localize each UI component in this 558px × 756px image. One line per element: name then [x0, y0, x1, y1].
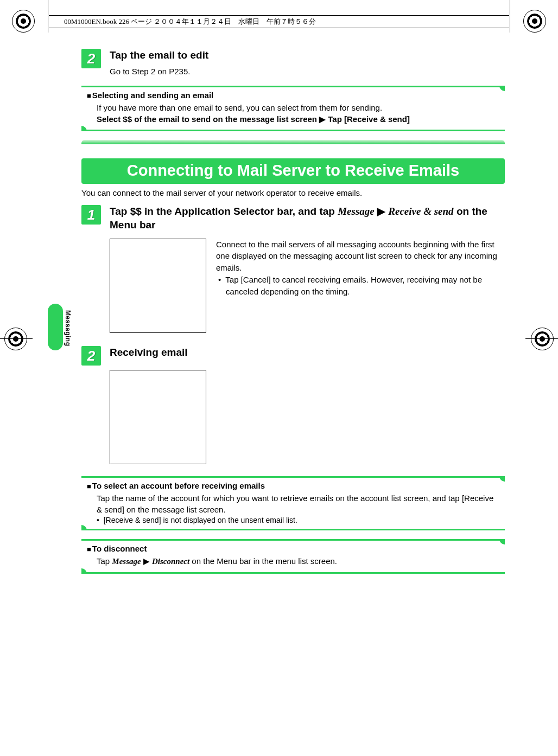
crop-line: [510, 0, 510, 33]
step-number: 2: [81, 49, 101, 68]
note-bold-line: Select $$ of the email to send on the me…: [97, 113, 499, 125]
page-content: 2 Tap the email to edit Go to Step 2 on …: [81, 49, 505, 574]
note-bold-prefix: Select $$ of the email to send on the me…: [97, 114, 319, 124]
note-title: ■To disconnect: [87, 544, 499, 553]
arrow-icon: ▶: [319, 113, 326, 125]
step-1: 1 Tap $$ in the Application Selector bar…: [81, 205, 505, 332]
note-bold-suffix: Tap [Receive & send]: [326, 114, 410, 124]
banner-accent: [81, 140, 505, 144]
step-2-receiving: 2 Receiving email: [81, 346, 505, 366]
note-select-account: ■To select an account before receiving e…: [81, 476, 505, 531]
side-tab: [48, 304, 63, 350]
crop-mark-tl: [12, 10, 35, 33]
menu-ref: Message: [338, 206, 375, 217]
note-title: ■Selecting and sending an email: [87, 91, 499, 100]
step-info: Connect to the mail servers of all messa…: [216, 239, 505, 333]
arrow-icon: ▶: [143, 556, 150, 566]
print-header: 00M1000EN.book 226 ページ ２００４年１１月２４日 水曜日 午…: [49, 15, 509, 28]
note-title-text: To disconnect: [92, 544, 147, 553]
arrow-icon: ▶: [377, 206, 385, 217]
menu-ref: Disconnect: [152, 557, 189, 566]
info-paragraph: Connect to the mail servers of all messa…: [216, 239, 505, 274]
crop-mark-right: [531, 328, 554, 350]
step-title: Tap the email to edit: [110, 49, 505, 62]
step-title: Tap $$ in the Application Selector bar, …: [110, 205, 505, 232]
note-body: Tap the name of the account for which yo…: [97, 492, 499, 516]
menu-ref: Message: [112, 557, 141, 566]
crop-mark-left: [4, 328, 27, 350]
note-title: ■To select an account before receiving e…: [87, 481, 499, 490]
note-bullet: • [Receive & send] is not displayed on t…: [97, 516, 499, 524]
step-number: 2: [81, 346, 101, 366]
step-title-prefix: Tap $$ in the Application Selector bar, …: [110, 206, 338, 217]
note-title-text: Selecting and sending an email: [92, 91, 213, 100]
crop-line: [525, 338, 558, 339]
note-body: If you have more than one email to send,…: [97, 102, 499, 114]
note-disconnect: ■To disconnect Tap Message ▶ Disconnect …: [81, 539, 505, 574]
section-banner: Connecting to Mail Server to Receive Ema…: [81, 158, 505, 184]
info-bullet: • Tap [Cancel] to cancel receiving email…: [216, 274, 505, 298]
intro-text: You can connect to the mail server of yo…: [81, 188, 505, 197]
step-text: Go to Step 2 on P235.: [110, 66, 505, 77]
step-title: Receiving email: [110, 346, 505, 360]
menu-ref: Receive & send: [388, 206, 453, 217]
note-title-text: To select an account before receiving em…: [92, 481, 265, 490]
crop-line: [0, 338, 33, 339]
note-selecting-sending: ■Selecting and sending an email If you h…: [81, 86, 505, 132]
step-number: 1: [81, 205, 101, 225]
step-2-edit: 2 Tap the email to edit Go to Step 2 on …: [81, 49, 505, 77]
screenshot-placeholder: [110, 239, 206, 333]
side-tab-label: Messaging: [64, 310, 72, 347]
print-header-text: 00M1000EN.book 226 ページ ２００４年１１月２４日 水曜日 午…: [64, 17, 316, 27]
crop-mark-tr: [523, 10, 546, 33]
screenshot-placeholder: [110, 370, 206, 464]
crop-line: [48, 0, 48, 33]
note-body: Tap Message ▶ Disconnect on the Menu bar…: [97, 555, 499, 568]
